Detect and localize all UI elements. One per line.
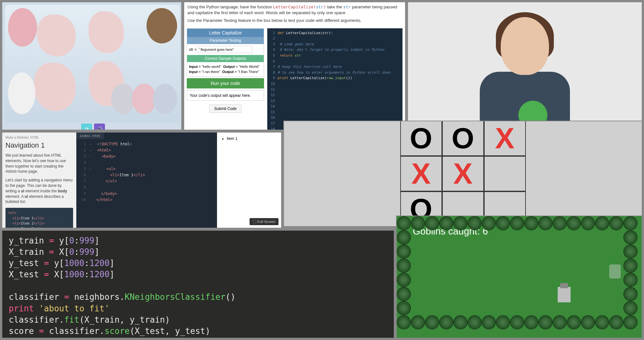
tree-tile: [595, 315, 609, 329]
puzzle-scene[interactable]: [5, 5, 180, 122]
tree-tile: [553, 216, 567, 230]
character-seal-1[interactable]: [111, 84, 135, 114]
label: Output: [222, 70, 234, 74]
value: = "hello world": [199, 65, 221, 69]
tree-tile: [482, 315, 496, 329]
tree-tile: [439, 315, 453, 329]
sound-button[interactable]: 🔊: [94, 124, 105, 130]
value: = "i ran there": [199, 70, 220, 74]
character-snowman[interactable]: [8, 72, 35, 114]
fn-name: LetterCapitalize: [273, 5, 313, 9]
instr-text: Use the Parameter Testing feature in the…: [187, 18, 362, 23]
tree-tile: [397, 230, 411, 244]
code-line: X_test = X[1000:1200]: [9, 269, 387, 280]
argument-input[interactable]: [198, 46, 252, 53]
tree-tile: [581, 315, 595, 329]
tree-tile: [623, 244, 638, 259]
code-line: classifier = neighbors.KNeighborsClassif…: [9, 291, 387, 303]
html-lesson-tile: Make a Website: HTML Navigation 1 We jus…: [2, 132, 282, 228]
tree-tile: [538, 216, 553, 230]
person-face: [501, 17, 549, 75]
goblin-sprite: [609, 264, 621, 279]
tree-tile: [453, 216, 468, 230]
puzzle-controls: ⟳ 🔊: [81, 124, 105, 130]
puzzle-slot[interactable]: [89, 11, 124, 53]
lesson-editor[interactable]: index.html 1- <!DOCTYPE html> 2- <html> …: [76, 133, 217, 228]
panel-title: Letter Capitalize: [187, 29, 264, 37]
ttt-cell[interactable]: [484, 156, 526, 191]
code-sample: <ul> <li>Item 1</li> <li>Item 2</li> <li…: [5, 208, 73, 228]
character-seal-2[interactable]: [132, 84, 156, 114]
ttt-cell[interactable]: O: [442, 121, 484, 156]
code-line: # Note: don't forget to properly indent …: [278, 48, 384, 52]
code-line: X_train = X[0:999]: [9, 246, 387, 258]
tree-tile: [397, 273, 411, 287]
instr-text: Using the Python language, have the func…: [187, 5, 273, 9]
refresh-button[interactable]: ⟳: [81, 124, 92, 130]
label: Output: [223, 65, 235, 69]
tree-tile: [623, 287, 638, 301]
code-line: # to see how to enter arguments in Pytho…: [278, 70, 391, 75]
preview-item: Item 1: [227, 136, 281, 141]
submit-code-button[interactable]: Submit Code: [209, 105, 241, 113]
character-girl[interactable]: [8, 8, 37, 47]
tree-tile: [397, 287, 411, 301]
label: Input: [189, 65, 198, 69]
tree-tile: [411, 315, 425, 329]
ttt-cell[interactable]: X: [442, 156, 484, 191]
character-hedgehog[interactable]: [147, 8, 177, 43]
tictactoe-tile: O O X X X O: [283, 121, 642, 227]
lesson-heading: Navigation 1: [5, 141, 73, 150]
ttt-cell[interactable]: X: [484, 121, 526, 156]
test-panel: Letter Capitalize Parameter Testing str …: [187, 28, 264, 130]
tree-tile: [623, 315, 638, 329]
sound-icon: 🔊: [96, 126, 103, 131]
tree-tile: [567, 216, 581, 230]
person: [477, 14, 573, 130]
tree-tile: [496, 315, 510, 329]
code-line: print 'about to fit': [9, 303, 387, 314]
output-area: Your code's output will appear here.: [187, 90, 264, 101]
tree-tile: [553, 315, 567, 329]
ml-code-tile: y_train = y[0:999] X_train = X[0:999] y_…: [2, 230, 394, 338]
tree-tile: [581, 216, 595, 230]
character-seal-3[interactable]: [153, 84, 177, 114]
tree-tile: [510, 315, 524, 329]
tree-tile: [397, 315, 411, 329]
ttt-cell[interactable]: X: [400, 156, 442, 191]
tree-tile: [567, 315, 581, 329]
puzzle-slot[interactable]: [37, 14, 76, 56]
code-line: score = classifier.score(X_test, y_test): [9, 326, 387, 337]
tree-tile: [468, 216, 482, 230]
editor-tab[interactable]: index.html: [76, 133, 104, 139]
code-line: prediction = classifier.predict(X[-1]): [9, 337, 387, 338]
param-testing-header: Parameter Testing: [187, 37, 264, 44]
str-label: str =: [189, 47, 197, 52]
fullscreen-button[interactable]: ⛶ Full Screen: [250, 218, 279, 225]
tree-tile: [496, 216, 510, 230]
tree-tile: [397, 259, 411, 273]
code-editor[interactable]: 1def LetterCapitalize(str): 2 3 # code g…: [267, 28, 402, 130]
tree-tile: [510, 216, 524, 230]
tree-tile: [482, 216, 496, 230]
tree-tile: [623, 216, 638, 230]
ttt-board: O O X X X O: [400, 121, 526, 227]
tree-tile: [411, 216, 425, 230]
goblin-game-tile[interactable]: Goblins caught: 6: [396, 216, 642, 338]
samples-header: Correct Sample Outputs: [187, 55, 264, 62]
param-name: str: [343, 5, 351, 9]
ttt-cell[interactable]: O: [400, 121, 442, 156]
param-name: str: [316, 5, 323, 9]
breadcrumb: Make a Website: HTML: [5, 136, 73, 139]
tree-tile: [453, 315, 468, 329]
samples: Input = "hello world" Output = "Hello Wo…: [187, 62, 264, 77]
winter-puzzle-tile: ⟳ 🔊: [2, 2, 182, 130]
hero-sprite: [558, 287, 571, 302]
tree-tile: [397, 301, 411, 315]
code-line: # code goes here: [278, 42, 314, 46]
tree-tile: [609, 216, 623, 230]
tree-tile: [623, 259, 638, 273]
run-code-button[interactable]: Run your code: [187, 78, 264, 88]
puzzle-slot[interactable]: [34, 63, 76, 111]
video-tile[interactable]: [407, 2, 642, 130]
